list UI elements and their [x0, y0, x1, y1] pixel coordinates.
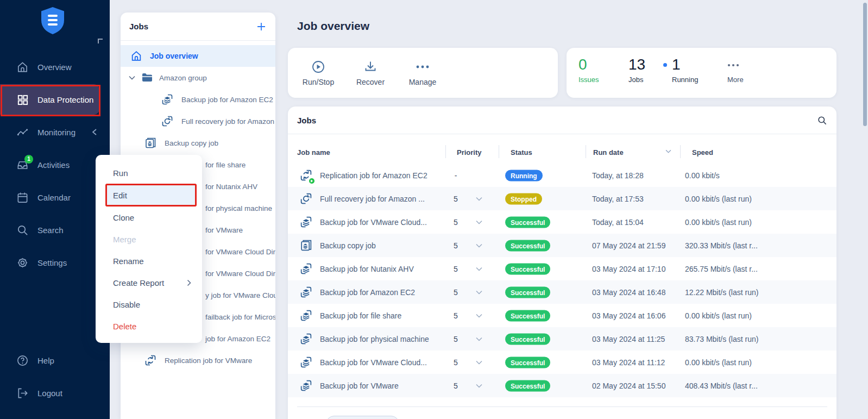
running-count: 1 [672, 56, 681, 73]
priority-dropdown-chevron-icon[interactable] [476, 337, 482, 341]
status-badge: Successful [505, 263, 550, 274]
backup-job-icon [299, 285, 313, 299]
tree-item-label: y job for VMware Cloud [205, 291, 275, 299]
status-badge: Successful [505, 216, 550, 228]
priority-dropdown-chevron-icon[interactable] [476, 314, 482, 318]
table-row[interactable]: Backup job for physical machine 5 Succes… [288, 327, 836, 351]
sidebar-item-activities[interactable]: 1 Activities [0, 149, 99, 180]
sort-chevron-icon[interactable] [665, 149, 671, 153]
sidebar-item-calendar[interactable]: Calendar [0, 182, 99, 212]
calendar-icon [16, 191, 29, 204]
chevron-left-icon[interactable] [92, 128, 97, 136]
menu-item-label: Run [113, 168, 128, 178]
menu-item-edit[interactable]: Edit [105, 184, 197, 207]
table-row[interactable]: Backup job for Nutanix AHV 5 Successful … [288, 257, 836, 280]
priority-dropdown-chevron-icon[interactable] [476, 267, 482, 271]
priority-value: 5 [449, 358, 463, 367]
priority-dropdown-chevron-icon[interactable] [476, 360, 482, 365]
table-row[interactable]: Backup job for Amazon EC2 5 Successful 0… [288, 280, 836, 304]
home-icon [16, 61, 29, 73]
recover-button[interactable]: Recover [344, 60, 397, 86]
priority-dropdown-chevron-icon[interactable] [476, 197, 482, 201]
table-row[interactable]: Backup job for file share 5 Successful 0… [288, 304, 836, 327]
priority-value: 5 [449, 335, 463, 343]
status-badge: Running [505, 170, 543, 181]
backup-job-icon [161, 93, 174, 106]
stat-issues[interactable]: 0 Issues [578, 56, 599, 84]
menu-item-label: Create Report [113, 278, 164, 287]
sidebar-item-label: Settings [37, 258, 67, 267]
activities-count-badge: 1 [24, 155, 33, 164]
speed-value: 0.00 kbit/s (last run) [685, 311, 752, 320]
table-row[interactable]: Backup job for VMware 5 Successful 02 Ma… [288, 374, 836, 397]
stat-label: More [727, 76, 744, 84]
speed-value: 0.00 kbit/s (last run) [685, 358, 752, 367]
stat-jobs[interactable]: 13 Jobs [628, 56, 645, 84]
recovery-job-icon [161, 115, 174, 128]
priority-dropdown-chevron-icon[interactable] [476, 220, 482, 224]
manage-button[interactable]: Manage [397, 60, 449, 86]
status-badge: Successful [505, 286, 550, 298]
search-icon [16, 224, 29, 236]
column-header-job-name: Job name [297, 148, 330, 157]
priority-dropdown-chevron-icon[interactable] [476, 384, 482, 388]
tree-item-job-overview[interactable]: Job overview [121, 45, 275, 67]
tree-item-backup-copy-job[interactable]: Backup copy job [121, 132, 275, 154]
sidebar-item-overview[interactable]: Overview [0, 52, 99, 82]
stat-more-button[interactable]: More [727, 60, 744, 84]
stat-label: Issues [578, 76, 599, 84]
sidebar-item-search[interactable]: Search [0, 215, 99, 245]
jobs-table-body: Replication job for Amazon EC2 - Running… [288, 164, 836, 397]
tree-item-label: for VMware Cloud Direc [205, 248, 275, 256]
run-date: 03 May 2024 at 17:10 [592, 265, 665, 273]
menu-item-rename[interactable]: Rename [96, 250, 202, 272]
add-job-button[interactable] [256, 21, 267, 32]
sidebar-item-data-protection[interactable]: Data Protection [0, 84, 99, 115]
menu-item-create-report[interactable]: Create Report [96, 272, 202, 293]
sidebar-item-label: Monitoring [37, 128, 76, 137]
menu-item-run[interactable]: Run [96, 162, 202, 184]
run-stop-button[interactable]: Run/Stop [292, 60, 344, 86]
table-row[interactable]: Backup job for VMware Cloud... 5 Success… [288, 351, 836, 374]
table-row[interactable]: Replication job for Amazon EC2 - Running… [288, 164, 836, 187]
sidebar-item-monitoring[interactable]: Monitoring [0, 117, 99, 147]
table-row[interactable]: Backup copy job 5 Successful 07 May 2024… [288, 234, 836, 257]
play-circle-icon [311, 60, 325, 74]
menu-item-delete[interactable]: Delete [96, 315, 202, 337]
menu-item-disable[interactable]: Disable [96, 293, 202, 315]
column-divider [680, 145, 681, 158]
table-bottom-divider [297, 407, 827, 407]
stat-running[interactable]: 1 Running [663, 56, 698, 84]
job-name: Backup job for file share [320, 311, 401, 320]
status-badge: Successful [505, 333, 550, 345]
job-name: Backup copy job [320, 241, 376, 250]
vertical-scrollbar-thumb[interactable] [863, 3, 867, 126]
sidebar-item-help[interactable]: Help [0, 345, 99, 376]
menu-item-clone[interactable]: Clone [96, 207, 202, 228]
tree-item-amazon-group[interactable]: Amazon group [121, 67, 275, 89]
grid-icon [16, 93, 29, 106]
sidebar-item-logout[interactable]: Logout [0, 378, 99, 408]
priority-dropdown-chevron-icon[interactable] [476, 290, 482, 295]
page-title: Job overview [297, 20, 369, 33]
backup-copy-icon [299, 239, 313, 253]
chevron-down-icon[interactable] [129, 76, 135, 80]
tree-item-label: for VMware [205, 226, 243, 234]
table-row[interactable]: Backup job for VMware Cloud... 5 Success… [288, 210, 836, 234]
sidebar-item-settings[interactable]: Settings [0, 247, 99, 278]
status-badge: Stopped [505, 193, 542, 204]
job-name: Backup job for VMware [320, 382, 399, 390]
tree-item-backup-job-amazon[interactable]: Backup job for Amazon EC2 [121, 89, 275, 110]
backup-job-icon [299, 215, 313, 229]
tree-item-full-recovery-job-amazon[interactable]: Full recovery job for Amazon E [121, 110, 275, 132]
menu-item-label: Clone [113, 213, 134, 222]
priority-value: - [449, 171, 463, 180]
column-header-run-date: Run date [593, 148, 624, 157]
search-icon[interactable] [817, 115, 827, 126]
replication-job-icon [299, 168, 313, 183]
priority-dropdown-chevron-icon[interactable] [476, 243, 482, 248]
tree-item-replication-job-vmware[interactable]: Replication job for VMware [121, 349, 275, 371]
inbox-icon: 1 [16, 159, 29, 171]
table-row[interactable]: Full recovery job for Amazon ... 5 Stopp… [288, 187, 836, 210]
show-more-button[interactable] [326, 416, 399, 419]
